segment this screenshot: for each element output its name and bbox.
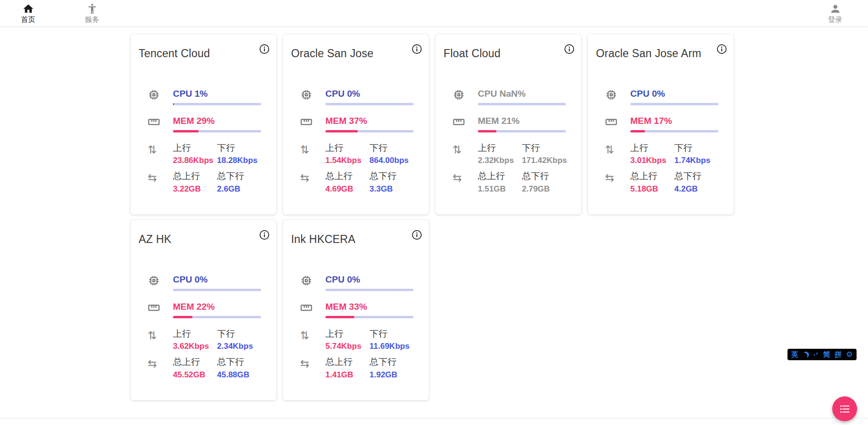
server-metrics: CPU 0% MEM 22% ⇅ 上行 3.62Kbps (148, 274, 261, 385)
cpu-usage-value: 0% (194, 274, 207, 284)
ime-settings-gear-icon[interactable]: ⚙ (846, 351, 853, 358)
ime-toolbar[interactable]: 英 ·’ 简 拼 ⚙ (787, 349, 857, 360)
download-label: 下行 (217, 329, 262, 340)
server-card: Oracle San Jose Arm CPU 0% MEM 17% (588, 34, 734, 214)
upload-label: 上行 (325, 329, 370, 340)
nav-item-login-label: 登录 (828, 15, 842, 23)
total-download-value: 45.88GB (217, 370, 262, 380)
total-download: 总下行 2.79GB (522, 171, 566, 194)
ime-pinyin-icon[interactable]: 拼 (835, 351, 842, 358)
mem-row: MEM 29% (148, 116, 261, 132)
mem-usage-value: 37% (349, 116, 367, 126)
upload-speed: 上行 23.86Kbps (173, 143, 217, 166)
nav-item-services[interactable]: 服务 (77, 3, 107, 23)
ruler-icon (300, 116, 325, 132)
server-card: Float Cloud CPU NaN% MEM 21% (435, 34, 581, 214)
info-icon[interactable] (259, 43, 270, 55)
download-value: 171.42Kbps (522, 156, 566, 165)
total-upload: 总上行 1.51GB (478, 171, 522, 194)
upload-speed: 上行 1.54Kbps (325, 143, 370, 166)
mem-usage-value: 22% (197, 302, 215, 312)
info-icon[interactable] (716, 43, 727, 55)
server-name: AZ HK (131, 220, 276, 246)
info-icon[interactable] (411, 229, 423, 241)
total-upload-label: 总上行 (478, 171, 522, 182)
mem-usage-value: 17% (654, 116, 672, 126)
download-value: 1.74Kbps (675, 156, 719, 165)
nav-item-home[interactable]: 首页 (13, 3, 43, 23)
total-download: 总下行 1.92GB (370, 357, 414, 380)
upload-label: 上行 (630, 143, 675, 154)
mem-bar-fill (325, 130, 358, 132)
cpu-usage-label: CPU 0% (173, 274, 261, 285)
server-metrics: CPU 0% MEM 17% ⇅ 上行 3.01Kbps (605, 89, 718, 200)
mem-usage-value: 21% (502, 116, 520, 126)
server-metrics: CPU 0% MEM 37% ⇅ 上行 1.54Kbps (300, 89, 414, 200)
download-label: 下行 (370, 143, 414, 154)
total-download-label: 总下行 (217, 357, 262, 368)
cpu-chip-icon (605, 89, 630, 105)
mem-bar-fill (325, 316, 354, 318)
mem-usage-label: MEM 17% (630, 116, 718, 127)
cpu-usage-value: 0% (347, 274, 360, 284)
mem-usage-label: MEM 29% (173, 116, 261, 127)
total-download-label: 总下行 (217, 171, 262, 182)
cpu-usage-value: 0% (652, 89, 665, 99)
swap-horizontal-icon: ⇆ (605, 171, 630, 194)
total-row: ⇆ 总上行 1.41GB 总下行 1.92GB (300, 357, 414, 380)
cpu-chip-icon (148, 89, 173, 105)
ime-language-icon[interactable]: 英 (791, 351, 798, 358)
person-standing-icon (86, 3, 98, 15)
cpu-bar-fill (173, 103, 174, 105)
mem-row: MEM 37% (300, 116, 414, 132)
cpu-chip-icon (148, 274, 173, 291)
server-list-fab-button[interactable] (832, 396, 857, 421)
total-upload: 总上行 4.69GB (325, 171, 370, 194)
upload-label: 上行 (173, 329, 217, 340)
total-upload-value: 3.22GB (173, 184, 217, 194)
speed-row: ⇅ 上行 1.54Kbps 下行 864.00bps (300, 143, 414, 166)
server-card: Oracle San Jose CPU 0% MEM 37% (283, 34, 429, 214)
server-card: AZ HK CPU 0% MEM 22% (131, 220, 276, 400)
total-upload: 总上行 1.41GB (325, 357, 370, 380)
mem-progress-bar (630, 130, 718, 132)
total-row: ⇆ 总上行 45.52GB 总下行 45.88GB (148, 357, 261, 380)
total-upload-label: 总上行 (325, 171, 370, 182)
swap-vertical-icon: ⇅ (148, 329, 173, 352)
ime-punctuation-icon[interactable]: ·’ (813, 352, 819, 358)
server-metrics: CPU 1% MEM 29% ⇅ 上行 23.86Kbps (148, 89, 261, 200)
ime-halfwidth-moon-icon[interactable] (802, 351, 810, 359)
list-icon (839, 403, 851, 415)
mem-progress-bar (478, 130, 566, 132)
ime-simplified-icon[interactable]: 简 (823, 351, 830, 358)
total-download-label: 总下行 (522, 171, 566, 182)
nav-item-login[interactable]: 登录 (820, 3, 850, 23)
upload-value: 2.32Kbps (478, 156, 522, 165)
upload-speed: 上行 3.62Kbps (173, 329, 217, 352)
footer-divider (0, 418, 868, 418)
upload-speed: 上行 5.74Kbps (325, 329, 370, 352)
download-value: 18.28Kbps (217, 156, 262, 165)
cpu-progress-bar (325, 289, 414, 291)
mem-usage-label: MEM 33% (325, 302, 414, 313)
mem-progress-bar (173, 130, 261, 132)
total-row: ⇆ 总上行 1.51GB 总下行 2.79GB (453, 171, 566, 194)
total-download: 总下行 4.2GB (675, 171, 719, 194)
total-upload-value: 1.51GB (478, 184, 522, 194)
cpu-usage-value: NaN% (499, 89, 525, 99)
upload-label: 上行 (325, 143, 370, 154)
cpu-usage-label: CPU 0% (325, 89, 414, 100)
cpu-row: CPU 0% (300, 89, 414, 105)
mem-row: MEM 17% (605, 116, 718, 132)
mem-bar-fill (173, 316, 192, 318)
cpu-chip-icon (300, 89, 325, 105)
mem-progress-bar (325, 130, 414, 132)
ruler-icon (453, 116, 478, 132)
info-icon[interactable] (411, 43, 423, 55)
info-icon[interactable] (564, 43, 575, 55)
total-download-value: 1.92GB (370, 370, 414, 380)
download-value: 11.69Kbps (370, 342, 414, 351)
download-speed: 下行 171.42Kbps (522, 143, 566, 166)
nav-item-home-label: 首页 (21, 15, 35, 23)
info-icon[interactable] (259, 229, 270, 241)
